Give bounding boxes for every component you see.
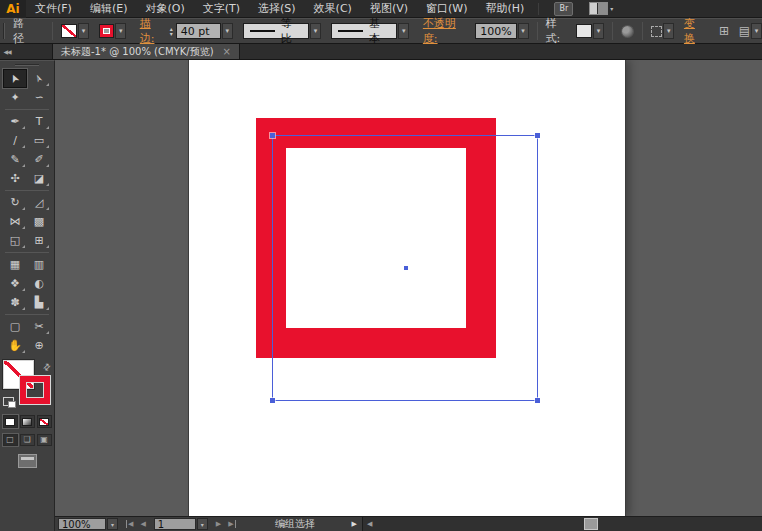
menu-select[interactable]: 选择(S) [249, 0, 305, 18]
arrange-caret-icon[interactable]: ▾ [751, 23, 762, 39]
swap-fill-stroke-icon[interactable]: ⇄ [41, 361, 53, 373]
stroke-panel-link[interactable]: 描边: [140, 16, 165, 46]
fill-caret-icon[interactable]: ▾ [78, 23, 89, 39]
bridge-button[interactable]: Br [554, 2, 573, 16]
collapse-panels-icon[interactable]: ◀◀ [0, 44, 14, 59]
draw-normal-button[interactable]: □ [3, 434, 18, 446]
stroke-proxy-red[interactable] [20, 376, 50, 404]
zoom-level-input[interactable]: 100% [58, 518, 106, 530]
workspace-caret-icon[interactable]: ▾ [610, 5, 613, 12]
direct-selection-tool[interactable]: ➢ [27, 69, 51, 88]
workspace-switcher-icon[interactable] [589, 2, 608, 15]
scale-tool[interactable]: ◿ [27, 193, 51, 212]
width-profile-dropdown[interactable]: 等比 [243, 23, 310, 39]
menu-type[interactable]: 文字(T) [194, 0, 249, 18]
horizontal-scrollbar[interactable]: ◀ [362, 517, 762, 531]
recolor-artwork-icon[interactable] [621, 25, 634, 38]
pen-tool[interactable]: ✒ [3, 112, 27, 131]
stroke-weight-caret-icon[interactable]: ▾ [222, 23, 233, 39]
menu-effect[interactable]: 效果(C) [305, 0, 361, 18]
anchor-point-top-right[interactable] [535, 133, 540, 138]
blend-tool[interactable]: ◐ [27, 274, 51, 293]
anchor-point-top-left[interactable] [270, 133, 275, 138]
previous-artboard-icon[interactable]: ◀ [140, 520, 145, 528]
menu-window[interactable]: 窗口(W) [417, 0, 476, 18]
brush-preview-line [338, 30, 363, 32]
scrollbar-thumb[interactable] [584, 518, 598, 530]
eyedropper-tool[interactable]: ❖ [3, 274, 27, 293]
pen-tool-icon: ✒ [10, 115, 19, 128]
paintbrush-tool[interactable]: ✎ [3, 150, 27, 169]
fill-color-swatch[interactable] [61, 24, 77, 38]
stroke-caret-icon[interactable]: ▾ [115, 23, 126, 39]
none-button[interactable] [37, 415, 52, 428]
screen-mode-button[interactable] [18, 454, 37, 468]
mesh-tool[interactable]: ▦ [3, 255, 27, 274]
tools-panel-grip[interactable] [15, 64, 39, 66]
menu-help[interactable]: 帮助(H) [476, 0, 533, 18]
transform-panel-link[interactable]: 变换 [684, 16, 705, 46]
gradient-tool[interactable]: ▥ [27, 255, 51, 274]
magic-wand-tool[interactable]: ✦ [3, 88, 27, 107]
lasso-tool[interactable]: ∽ [27, 88, 51, 107]
draw-behind-button[interactable]: ❏ [20, 434, 35, 446]
shape-builder-tool[interactable]: ◱ [3, 231, 27, 250]
rectangle-tool[interactable]: ▭ [27, 131, 51, 150]
status-overflow-icon[interactable]: ▶ [347, 520, 362, 528]
perspective-grid-tool[interactable]: ⊞ [27, 231, 51, 250]
zoom-caret-icon[interactable]: ▾ [107, 518, 118, 530]
style-caret-icon[interactable]: ▾ [593, 23, 604, 39]
width-tool[interactable]: ⋈ [3, 212, 27, 231]
draw-inside-button[interactable]: ▣ [37, 434, 52, 446]
line-segment-tool[interactable]: ∕ [3, 131, 27, 150]
spin-down-icon[interactable]: ▾ [170, 31, 173, 36]
column-graph-tool[interactable]: ▙ [27, 293, 51, 312]
brush-caret-icon[interactable]: ▾ [398, 23, 409, 39]
opacity-caret-icon[interactable]: ▾ [518, 23, 529, 39]
stroke-weight-stepper[interactable]: ▴ ▾ [170, 26, 173, 36]
center-point[interactable] [404, 266, 408, 270]
color-button[interactable] [3, 415, 18, 428]
align-icon[interactable]: ⊞ [719, 25, 729, 37]
close-tab-icon[interactable]: × [223, 46, 231, 57]
document-tab[interactable]: 未标题-1* @ 100% (CMYK/预览) × [52, 44, 240, 59]
blob-brush-tool[interactable]: ✣ [3, 169, 27, 188]
first-artboard-icon[interactable]: ◀ [126, 520, 133, 528]
menu-file[interactable]: 文件(F) [26, 0, 81, 18]
anchor-point-bottom-left[interactable] [270, 398, 275, 403]
anchor-point-bottom-right[interactable] [535, 398, 540, 403]
scroll-left-icon[interactable]: ◀ [367, 520, 372, 528]
menu-object[interactable]: 对象(O) [136, 0, 193, 18]
type-tool[interactable]: T [27, 112, 51, 131]
select-similar-icon[interactable] [651, 26, 663, 37]
graphic-style-swatch[interactable] [576, 24, 592, 38]
brush-definition-dropdown[interactable]: 基本 [331, 23, 398, 39]
stroke-color-swatch[interactable] [99, 24, 115, 38]
free-transform-tool[interactable]: ▩ [27, 212, 51, 231]
last-artboard-icon[interactable]: ▶ [228, 520, 235, 528]
width-profile-caret-icon[interactable]: ▾ [310, 23, 321, 39]
menu-edit[interactable]: 编辑(E) [81, 0, 137, 18]
arrange-icon[interactable]: ▤ [739, 25, 750, 37]
artboard-number-input[interactable]: 1 [154, 518, 196, 530]
opacity-panel-link[interactable]: 不透明度: [423, 16, 470, 46]
artboard-caret-icon[interactable]: ▾ [197, 518, 208, 530]
opacity-input[interactable]: 100% [475, 23, 516, 39]
menu-view[interactable]: 视图(V) [361, 0, 417, 18]
hand-tool[interactable]: ✋ [3, 336, 27, 355]
pencil-tool[interactable]: ✐ [27, 150, 51, 169]
slice-tool[interactable]: ✂ [27, 317, 51, 336]
eraser-tool[interactable]: ◪ [27, 169, 51, 188]
selection-tool[interactable]: ➤ [3, 69, 27, 88]
gradient-button[interactable] [20, 415, 35, 428]
hand-tool-icon: ✋ [8, 339, 22, 352]
artboard-tool[interactable]: ▢ [3, 317, 27, 336]
canvas-area[interactable] [55, 60, 762, 516]
stroke-weight-input[interactable]: 40 pt [176, 23, 221, 39]
next-artboard-icon[interactable]: ▶ [216, 520, 221, 528]
zoom-tool[interactable]: ⊕ [27, 336, 51, 355]
select-similar-caret-icon[interactable]: ▾ [663, 23, 674, 39]
rotate-tool[interactable]: ↻ [3, 193, 27, 212]
default-fill-stroke-icon[interactable] [3, 397, 14, 406]
symbol-sprayer-tool[interactable]: ✽ [3, 293, 27, 312]
